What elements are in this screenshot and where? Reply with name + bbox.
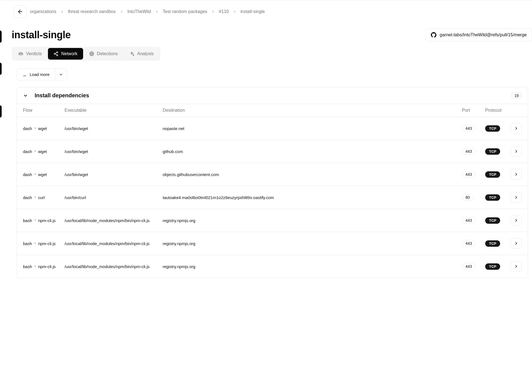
section-header: Install dependencies 19	[17, 87, 528, 104]
row-expand-button[interactable]	[511, 146, 522, 157]
collapse-button[interactable]	[23, 93, 28, 98]
port-badge: 443	[462, 263, 475, 270]
table-row[interactable]: bash npm-cli.js /usr/local/lib/node_modu…	[17, 232, 528, 255]
port-badge: 80	[462, 194, 474, 201]
tabs: Verdicts Network Detections Analysis	[12, 47, 160, 61]
cell-executable: /usr/bin/wget	[65, 126, 163, 131]
svg-line-5	[55, 53, 57, 54]
chevron-right-icon	[233, 10, 237, 14]
cell-port: 443	[462, 171, 485, 178]
chevron-right-icon	[211, 10, 215, 14]
breadcrumb-item[interactable]: organizations	[30, 9, 56, 14]
cell-destination: registry.npmjs.org	[163, 241, 462, 246]
flow-from: bash	[23, 264, 32, 269]
cell-action	[509, 169, 522, 180]
flow-to: npm-cli.js	[38, 218, 56, 223]
tab-label: Detections	[97, 51, 118, 56]
port-badge: 443	[462, 125, 475, 132]
chevron-right-icon	[60, 10, 64, 14]
cell-executable: /usr/local/lib/node_modules/npm/bin/npm-…	[65, 241, 163, 246]
cell-executable: /usr/bin/wget	[65, 149, 163, 154]
col-header-protocol: Protocol	[485, 108, 509, 113]
cell-destination: registry.npmjs.org	[163, 218, 462, 223]
chevron-right-icon	[514, 241, 518, 246]
flow-from: dash	[23, 195, 32, 200]
cell-port: 80	[462, 194, 485, 201]
repo-badge[interactable]: garnet-labs/IntoTheWild@refs/pull/15/mer…	[426, 29, 532, 41]
count-badge: 19	[511, 93, 522, 99]
arrow-left-icon	[17, 9, 23, 15]
port-badge: 443	[462, 217, 475, 224]
cell-flow: bash npm-cli.js	[23, 264, 65, 269]
svg-point-8	[91, 54, 92, 54]
breadcrumb-item[interactable]: Test random packages	[163, 9, 207, 14]
table-row[interactable]: dash wget /usr/bin/wget github.com 443 T…	[17, 140, 528, 163]
cell-destination: nopaste.net	[163, 126, 462, 131]
table-row[interactable]: bash npm-cli.js /usr/local/lib/node_modu…	[17, 209, 528, 232]
row-expand-button[interactable]	[511, 261, 522, 272]
protocol-badge: TCP	[485, 263, 500, 270]
back-button[interactable]	[14, 5, 27, 18]
tab-verdicts[interactable]: Verdicts	[13, 48, 47, 60]
load-more-button[interactable]: Load more	[17, 68, 55, 80]
tab-label: Verdicts	[26, 51, 42, 56]
chevron-right-icon	[514, 195, 518, 200]
protocol-badge: TCP	[485, 217, 500, 224]
table-row[interactable]: dash wget /usr/bin/wget nopaste.net 443 …	[17, 117, 528, 140]
col-header-flow: Flow	[23, 108, 65, 113]
load-more-dropdown[interactable]	[55, 68, 67, 80]
cell-destination: tautoake4.ma0olbo0tml021m1o2z6euzyrpxhl8…	[163, 195, 462, 200]
breadcrumb-item[interactable]: install-single	[241, 9, 265, 14]
port-badge: 443	[462, 240, 475, 247]
table-row[interactable]: bash npm-cli.js /usr/local/lib/node_modu…	[17, 255, 528, 278]
breadcrumb-item[interactable]: IntoTheWild	[127, 9, 151, 14]
cell-executable: /usr/local/lib/node_modules/npm/bin/npm-…	[65, 264, 163, 269]
cell-action	[509, 238, 522, 249]
col-header-port: Port	[462, 108, 485, 113]
cell-executable: /usr/bin/curl	[65, 195, 163, 200]
col-header-executable: Executable	[65, 108, 163, 113]
row-expand-button[interactable]	[511, 215, 522, 226]
actions-row: Load more	[17, 68, 532, 80]
chevron-right-icon	[34, 172, 37, 176]
flow-to: wget	[38, 172, 47, 177]
chevron-down-icon	[23, 93, 28, 98]
tab-network[interactable]: Network	[48, 48, 83, 60]
cell-destination: github.com	[163, 149, 462, 154]
section-install-dependencies: Install dependencies 19 Flow Executable …	[17, 87, 528, 278]
chevron-down-icon	[59, 72, 63, 77]
breadcrumb-item[interactable]: #110	[219, 9, 229, 14]
cell-port: 443	[462, 217, 485, 224]
flow-from: dash	[23, 126, 32, 131]
cell-destination: registry.npmjs.org	[163, 264, 462, 269]
download-icon	[22, 72, 27, 77]
scales-icon	[18, 51, 23, 56]
chevron-right-icon	[514, 172, 518, 177]
chevron-right-icon	[514, 126, 518, 131]
network-table: Flow Executable Destination Port Protoco…	[17, 104, 528, 278]
table-row[interactable]: dash wget /usr/bin/wget objects.githubus…	[17, 163, 528, 186]
cell-flow: dash wget	[23, 172, 65, 177]
table-row[interactable]: dash curl /usr/bin/curl tautoake4.ma0olb…	[17, 186, 528, 209]
chevron-right-icon	[514, 149, 518, 154]
cell-port: 443	[462, 240, 485, 247]
tab-detections[interactable]: Detections	[84, 48, 124, 60]
row-expand-button[interactable]	[511, 169, 522, 180]
breadcrumbs: organizations threat research sandbox In…	[30, 9, 265, 14]
chevron-right-icon	[34, 126, 37, 130]
breadcrumb-item[interactable]: threat research sandbox	[68, 9, 116, 14]
port-badge: 443	[462, 171, 475, 178]
cell-action	[509, 261, 522, 272]
share-icon	[53, 51, 58, 56]
cell-executable: /usr/local/lib/node_modules/npm/bin/npm-…	[65, 218, 163, 223]
row-expand-button[interactable]	[511, 192, 522, 203]
repo-label: garnet-labs/IntoTheWild@refs/pull/15/mer…	[440, 32, 527, 37]
row-expand-button[interactable]	[511, 123, 522, 134]
table-header: Flow Executable Destination Port Protoco…	[17, 104, 528, 117]
tab-analysis[interactable]: Analysis	[124, 48, 159, 60]
row-expand-button[interactable]	[511, 238, 522, 249]
col-header-destination: Destination	[163, 108, 462, 113]
flow-to: npm-cli.js	[38, 241, 56, 246]
cell-protocol: TCP	[485, 217, 509, 224]
protocol-badge: TCP	[485, 240, 500, 247]
